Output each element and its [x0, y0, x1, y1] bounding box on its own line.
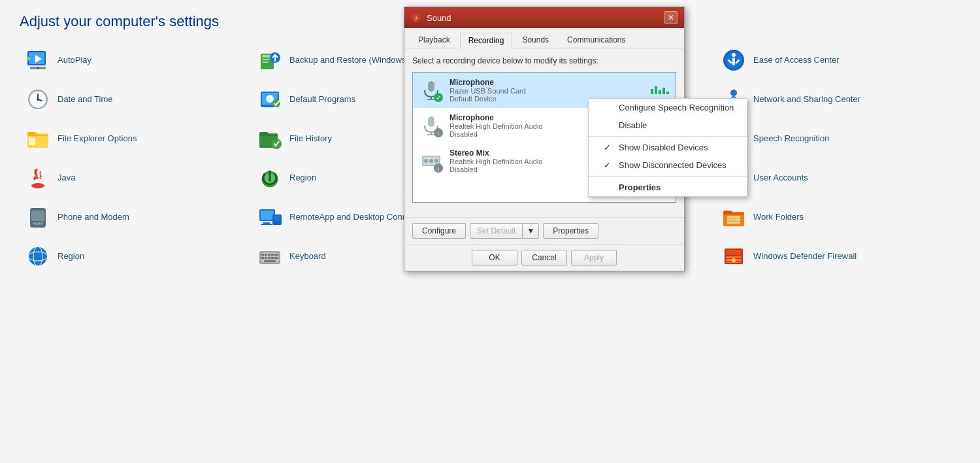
- power-label: Region: [289, 173, 316, 184]
- context-sep-1: [589, 136, 747, 137]
- svg-rect-102: [268, 257, 270, 259]
- backup-icon: [257, 47, 283, 73]
- file-history-label: File History: [289, 133, 332, 145]
- svg-rect-104: [274, 257, 278, 259]
- svg-rect-100: [261, 257, 264, 259]
- sidebar-item-speech-recognition[interactable]: Speech Recognition: [715, 122, 934, 156]
- btn-group-left: Configure Set Default ▼ Properties: [412, 223, 598, 239]
- dialog-ok-cancel: OK Cancel Apply: [404, 244, 684, 271]
- svg-rect-19: [732, 58, 735, 65]
- sidebar-item-date-time[interactable]: Date and Time: [20, 82, 238, 116]
- svg-rect-117: [428, 116, 434, 127]
- tab-recording[interactable]: Recording: [460, 33, 513, 48]
- device-name-1: Microphone: [449, 78, 644, 87]
- autoplay-label: AutoPlay: [57, 55, 91, 66]
- sidebar-item-phone-modem[interactable]: Phone and Modem: [20, 200, 238, 234]
- region-label: Region: [57, 251, 84, 262]
- sound-title-icon: ♪: [411, 12, 421, 23]
- svg-rect-80: [274, 216, 280, 221]
- svg-point-18: [732, 53, 736, 57]
- sidebar-item-work-folders[interactable]: Work Folders: [715, 200, 934, 234]
- set-default-button[interactable]: Set Default: [470, 223, 523, 239]
- disable-label: Disable: [619, 120, 647, 130]
- svg-rect-75: [38, 222, 40, 224]
- remoteapp-icon: [257, 204, 283, 230]
- sidebar-item-network-sharing[interactable]: Network and Sharing Center: [715, 82, 934, 116]
- svg-rect-99: [274, 254, 278, 256]
- mic-icon-2: ↓: [419, 114, 443, 137]
- backup-label: Backup and Restore (Windows 7): [289, 55, 416, 66]
- datetime-icon: [25, 86, 51, 112]
- svg-rect-78: [261, 211, 274, 220]
- tab-communications[interactable]: Communications: [559, 32, 634, 48]
- cancel-button[interactable]: Cancel: [521, 250, 567, 266]
- svg-point-53: [31, 183, 44, 188]
- svg-rect-74: [35, 222, 37, 224]
- firewall-label: Windows Defender Firewall: [753, 251, 857, 262]
- default-programs-icon: [257, 86, 283, 112]
- sidebar-item-region[interactable]: Region: [20, 239, 238, 273]
- context-show-disabled[interactable]: ✓ Show Disabled Devices: [589, 139, 747, 156]
- context-menu: Configure Speech Recognition Disable ✓ S…: [588, 98, 747, 197]
- svg-rect-110: [726, 250, 742, 255]
- svg-point-38: [730, 90, 737, 96]
- file-explorer-icon: [25, 126, 51, 152]
- ok-button[interactable]: OK: [472, 250, 517, 266]
- disabled-badge-2: ↓: [434, 128, 443, 137]
- configure-button[interactable]: Configure: [412, 223, 466, 239]
- java-icon: [25, 165, 51, 191]
- svg-point-122: [424, 159, 428, 163]
- tab-playback[interactable]: Playback: [410, 32, 459, 48]
- context-properties[interactable]: Properties: [589, 179, 747, 196]
- dialog-close-button[interactable]: ✕: [664, 11, 678, 24]
- svg-rect-76: [41, 222, 42, 224]
- dialog-tabs: Playback Recording Sounds Communications: [404, 28, 684, 48]
- file-history-icon: [257, 126, 283, 152]
- svg-rect-96: [265, 254, 267, 256]
- set-default-group: Set Default ▼: [470, 223, 539, 239]
- sidebar-item-windows-defender[interactable]: Windows Defender Firewall: [715, 239, 934, 273]
- default-programs-label: Default Programs: [289, 94, 355, 105]
- troubleshooting-label: User Accounts: [753, 173, 808, 184]
- keyboard-label: Keyboard: [289, 251, 326, 262]
- dialog-title: Sound: [427, 13, 451, 23]
- network-label: Network and Sharing Center: [753, 94, 860, 105]
- svg-rect-10: [262, 61, 269, 63]
- svg-rect-95: [261, 254, 264, 256]
- firewall-icon: [721, 243, 747, 269]
- properties-button[interactable]: Properties: [543, 223, 598, 239]
- titlebar-left: ♪ Sound: [411, 12, 451, 23]
- autoplay-icon: [25, 47, 51, 73]
- level-bars: [651, 86, 669, 94]
- set-default-arrow-button[interactable]: ▼: [523, 223, 539, 239]
- svg-point-31: [272, 99, 280, 107]
- recording-instruction: Select a recording device below to modif…: [412, 56, 676, 65]
- stereo-icon: ↓: [419, 149, 443, 173]
- svg-rect-71: [31, 211, 44, 221]
- svg-point-27: [37, 98, 39, 101]
- sidebar-item-autoplay[interactable]: AutoPlay: [20, 43, 238, 77]
- svg-rect-114: [428, 81, 434, 92]
- svg-rect-45: [29, 137, 35, 145]
- sidebar-item-java[interactable]: Java: [20, 161, 238, 195]
- configure-speech-label: Configure Speech Recognition: [619, 103, 734, 112]
- datetime-label: Date and Time: [57, 94, 113, 105]
- show-disconnected-label: Show Disconnected Devices: [619, 160, 727, 170]
- context-show-disconnected[interactable]: ✓ Show Disconnected Devices: [589, 156, 747, 174]
- region-icon: [25, 243, 51, 269]
- svg-point-30: [266, 95, 274, 103]
- sidebar-item-ease-of-access[interactable]: Ease of Access Center: [715, 43, 934, 77]
- svg-rect-86: [727, 216, 740, 224]
- svg-rect-101: [265, 257, 267, 259]
- apply-button[interactable]: Apply: [571, 250, 617, 266]
- context-configure-speech[interactable]: Configure Speech Recognition: [589, 99, 747, 116]
- sidebar-item-file-explorer[interactable]: File Explorer Options: [20, 122, 238, 156]
- svg-point-123: [429, 159, 433, 163]
- tab-sounds[interactable]: Sounds: [514, 32, 557, 48]
- sidebar-item-troubleshooting[interactable]: User Accounts: [715, 161, 934, 195]
- power-icon: [257, 165, 283, 191]
- svg-rect-98: [271, 254, 274, 256]
- work-folders-label: Work Folders: [753, 212, 804, 223]
- show-disabled-label: Show Disabled Devices: [619, 143, 708, 152]
- context-disable[interactable]: Disable: [589, 116, 747, 134]
